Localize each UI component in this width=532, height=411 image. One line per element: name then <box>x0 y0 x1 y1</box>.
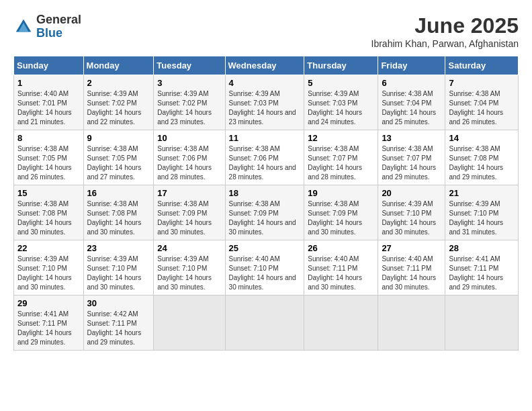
table-cell: 8Sunrise: 4:38 AMSunset: 7:05 PMDaylight… <box>14 130 84 185</box>
col-thursday: Thursday <box>304 56 378 75</box>
table-cell: 9Sunrise: 4:38 AMSunset: 7:05 PMDaylight… <box>83 130 154 185</box>
table-cell: 19Sunrise: 4:38 AMSunset: 7:09 PMDayligh… <box>304 185 378 240</box>
table-cell: 6Sunrise: 4:38 AMSunset: 7:04 PMDaylight… <box>378 75 445 130</box>
col-sunday: Sunday <box>14 56 84 75</box>
col-friday: Friday <box>378 56 445 75</box>
table-cell: 24Sunrise: 4:39 AMSunset: 7:10 PMDayligh… <box>154 240 225 295</box>
table-cell: 23Sunrise: 4:39 AMSunset: 7:10 PMDayligh… <box>83 240 154 295</box>
table-cell: 25Sunrise: 4:40 AMSunset: 7:10 PMDayligh… <box>225 240 304 295</box>
table-cell: 5Sunrise: 4:39 AMSunset: 7:03 PMDaylight… <box>304 75 378 130</box>
month-title: June 2025 <box>371 13 519 38</box>
table-cell: 20Sunrise: 4:39 AMSunset: 7:10 PMDayligh… <box>378 185 445 240</box>
table-cell: 29Sunrise: 4:41 AMSunset: 7:11 PMDayligh… <box>14 295 84 351</box>
week-row-2: 8Sunrise: 4:38 AMSunset: 7:05 PMDaylight… <box>14 130 519 185</box>
location-subtitle: Ibrahim Khan, Parwan, Afghanistan <box>371 38 519 49</box>
table-cell: 11Sunrise: 4:38 AMSunset: 7:06 PMDayligh… <box>225 130 304 185</box>
col-wednesday: Wednesday <box>225 56 304 75</box>
week-row-4: 22Sunrise: 4:39 AMSunset: 7:10 PMDayligh… <box>14 240 519 295</box>
logo-icon <box>13 17 34 37</box>
logo-blue-text: Blue <box>36 27 81 40</box>
table-cell <box>225 295 304 351</box>
table-cell: 7Sunrise: 4:38 AMSunset: 7:04 PMDaylight… <box>445 75 519 130</box>
table-cell: 17Sunrise: 4:38 AMSunset: 7:09 PMDayligh… <box>154 185 225 240</box>
table-cell: 28Sunrise: 4:41 AMSunset: 7:11 PMDayligh… <box>445 240 519 295</box>
col-monday: Monday <box>83 56 154 75</box>
table-cell: 10Sunrise: 4:38 AMSunset: 7:06 PMDayligh… <box>154 130 225 185</box>
table-cell: 14Sunrise: 4:38 AMSunset: 7:08 PMDayligh… <box>445 130 519 185</box>
title-area: June 2025 Ibrahim Khan, Parwan, Afghanis… <box>371 13 519 49</box>
table-cell: 2Sunrise: 4:39 AMSunset: 7:02 PMDaylight… <box>83 75 154 130</box>
table-cell: 21Sunrise: 4:39 AMSunset: 7:10 PMDayligh… <box>445 185 519 240</box>
table-cell: 26Sunrise: 4:40 AMSunset: 7:11 PMDayligh… <box>304 240 378 295</box>
logo: General Blue <box>13 13 81 40</box>
logo-general-text: General <box>36 13 81 27</box>
logo-text: General Blue <box>36 13 81 40</box>
table-cell: 4Sunrise: 4:39 AMSunset: 7:03 PMDaylight… <box>225 75 304 130</box>
table-cell: 13Sunrise: 4:38 AMSunset: 7:07 PMDayligh… <box>378 130 445 185</box>
table-cell <box>378 295 445 351</box>
table-cell: 30Sunrise: 4:42 AMSunset: 7:11 PMDayligh… <box>83 295 154 351</box>
table-cell: 27Sunrise: 4:40 AMSunset: 7:11 PMDayligh… <box>378 240 445 295</box>
week-row-5: 29Sunrise: 4:41 AMSunset: 7:11 PMDayligh… <box>14 295 519 351</box>
table-cell: 3Sunrise: 4:39 AMSunset: 7:02 PMDaylight… <box>154 75 225 130</box>
col-saturday: Saturday <box>445 56 519 75</box>
table-cell: 12Sunrise: 4:38 AMSunset: 7:07 PMDayligh… <box>304 130 378 185</box>
calendar-table: Sunday Monday Tuesday Wednesday Thursday… <box>13 56 519 351</box>
table-cell: 22Sunrise: 4:39 AMSunset: 7:10 PMDayligh… <box>14 240 84 295</box>
table-cell <box>445 295 519 351</box>
week-row-3: 15Sunrise: 4:38 AMSunset: 7:08 PMDayligh… <box>14 185 519 240</box>
table-cell: 15Sunrise: 4:38 AMSunset: 7:08 PMDayligh… <box>14 185 84 240</box>
header-row: Sunday Monday Tuesday Wednesday Thursday… <box>14 56 519 75</box>
table-cell: 16Sunrise: 4:38 AMSunset: 7:08 PMDayligh… <box>83 185 154 240</box>
table-cell: 18Sunrise: 4:38 AMSunset: 7:09 PMDayligh… <box>225 185 304 240</box>
table-cell: 1Sunrise: 4:40 AMSunset: 7:01 PMDaylight… <box>14 75 84 130</box>
table-cell <box>154 295 225 351</box>
header: General Blue June 2025 Ibrahim Khan, Par… <box>13 13 519 49</box>
table-cell <box>304 295 378 351</box>
col-tuesday: Tuesday <box>154 56 225 75</box>
week-row-1: 1Sunrise: 4:40 AMSunset: 7:01 PMDaylight… <box>14 75 519 130</box>
